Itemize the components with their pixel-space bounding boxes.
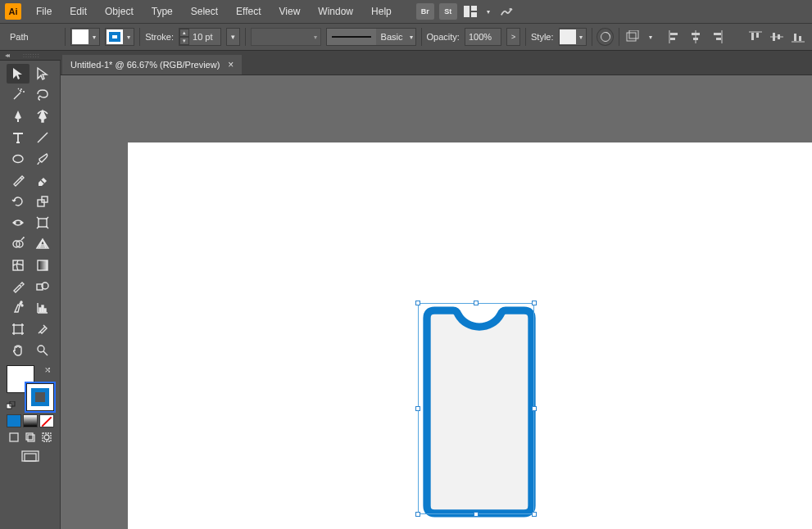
resize-handle-tl[interactable]	[415, 301, 420, 305]
chevron-down-icon: ▾	[576, 34, 586, 41]
fill-swatch	[72, 29, 88, 44]
menu-edit[interactable]: Edit	[61, 3, 95, 20]
align-bottom-button[interactable]	[789, 28, 807, 46]
align-hcenter-button[interactable]	[687, 28, 705, 46]
resize-handle-tr[interactable]	[532, 301, 537, 305]
artboard-tool[interactable]	[7, 319, 29, 339]
pen-tool[interactable]	[7, 106, 29, 126]
arrange-documents-button[interactable]	[462, 4, 479, 19]
stroke-stepper[interactable]: ▴▾	[179, 29, 189, 45]
resize-handle-b[interactable]	[474, 512, 479, 517]
free-transform-tool[interactable]	[31, 213, 54, 233]
svg-rect-0	[464, 6, 470, 17]
draw-normal[interactable]	[7, 431, 21, 444]
blend-tool[interactable]	[31, 277, 54, 296]
chevron-down-icon[interactable]: ▾	[646, 34, 655, 41]
align-right-button[interactable]	[708, 28, 726, 46]
magic-wand-tool[interactable]	[7, 85, 29, 105]
menu-select[interactable]: Select	[183, 3, 226, 20]
fill-stroke-control[interactable]: ⤭	[7, 365, 54, 411]
rotate-tool[interactable]	[7, 192, 29, 211]
artboard[interactable]	[128, 142, 812, 529]
arrange-dropdown-icon[interactable]: ▾	[483, 8, 493, 16]
paintbrush-tool[interactable]	[31, 149, 54, 169]
ellipse-tool[interactable]	[7, 149, 29, 169]
gradient-tool[interactable]	[31, 255, 54, 275]
brush-preview	[327, 29, 376, 45]
bridge-button[interactable]: Br	[416, 3, 434, 20]
variable-width-profile[interactable]: ▾	[251, 28, 321, 46]
opacity-input[interactable]: 100%	[465, 28, 501, 46]
recolor-artwork-button[interactable]	[597, 28, 614, 46]
canvas-area[interactable]	[61, 75, 812, 529]
menu-object[interactable]: Object	[97, 3, 142, 20]
draw-behind[interactable]	[23, 431, 38, 444]
color-mode-solid[interactable]	[7, 414, 21, 427]
svg-rect-23	[799, 36, 801, 41]
brush-definition[interactable]: Basic ▾	[326, 28, 416, 46]
document-tab[interactable]: Untitled-1* @ 66.67% (RGB/Preview) ×	[62, 55, 242, 75]
selection-tool[interactable]	[7, 64, 29, 84]
chevron-down-icon: ▾	[408, 34, 415, 41]
mesh-tool[interactable]	[7, 255, 29, 275]
stroke-weight-dropdown[interactable]: ▾	[226, 28, 240, 46]
swap-fill-stroke-icon[interactable]: ⤭	[44, 365, 51, 374]
resize-handle-t[interactable]	[474, 301, 479, 305]
selection-bounding-box[interactable]	[418, 303, 534, 514]
align-vcenter-button[interactable]	[768, 28, 786, 46]
default-fill-stroke-icon[interactable]	[7, 401, 16, 411]
close-icon[interactable]: ×	[228, 59, 234, 70]
stock-button[interactable]: St	[439, 3, 457, 20]
eyedropper-tool[interactable]	[7, 277, 29, 296]
svg-rect-7	[670, 33, 678, 35]
width-tool[interactable]	[7, 213, 29, 233]
menu-file[interactable]: File	[28, 3, 60, 20]
align-left-button[interactable]	[665, 28, 683, 46]
direct-selection-tool[interactable]	[31, 64, 54, 84]
gpu-preview-button[interactable]	[498, 4, 515, 19]
toolbox-collapse-strip[interactable]: ◂◂ :::::::	[0, 51, 61, 61]
curvature-tool[interactable]	[31, 106, 54, 126]
perspective-grid-tool[interactable]	[31, 234, 54, 254]
style-label[interactable]: Style:	[531, 32, 554, 42]
slice-tool[interactable]	[31, 319, 54, 339]
symbol-sprayer-tool[interactable]	[7, 298, 29, 318]
menu-type[interactable]: Type	[143, 3, 181, 20]
fill-color-picker[interactable]: ▾	[70, 28, 100, 46]
zoom-tool[interactable]	[31, 341, 54, 360]
color-mode-gradient[interactable]	[23, 414, 38, 427]
opacity-dropdown[interactable]: >	[506, 28, 520, 46]
hand-tool[interactable]	[7, 341, 29, 360]
draw-inside[interactable]	[39, 431, 54, 444]
lasso-tool[interactable]	[31, 85, 54, 105]
eraser-tool[interactable]	[31, 170, 54, 190]
grip-icon: :::::::	[23, 52, 40, 58]
menu-effect[interactable]: Effect	[228, 3, 269, 20]
shape-builder-tool[interactable]	[7, 234, 29, 254]
svg-rect-5	[629, 30, 638, 38]
color-mode-none[interactable]	[39, 414, 54, 427]
stroke-color-picker[interactable]: ▾	[105, 28, 134, 46]
resize-handle-bl[interactable]	[415, 512, 420, 517]
menu-help[interactable]: Help	[363, 3, 400, 20]
align-top-button[interactable]	[746, 28, 764, 46]
type-tool[interactable]	[7, 128, 29, 147]
align-to-button[interactable]	[624, 28, 641, 46]
resize-handle-br[interactable]	[532, 512, 537, 517]
caret-down-icon[interactable]: ▾	[179, 37, 189, 45]
shaper-tool[interactable]	[7, 170, 29, 190]
caret-up-icon[interactable]: ▴	[179, 29, 189, 37]
scale-tool[interactable]	[31, 192, 54, 211]
stroke-box[interactable]	[26, 383, 54, 411]
resize-handle-r[interactable]	[532, 406, 537, 411]
line-segment-tool[interactable]	[31, 128, 54, 147]
stroke-weight-input[interactable]: ▴▾ 10 pt	[179, 28, 221, 46]
stroke-label[interactable]: Stroke:	[145, 32, 174, 42]
opacity-label[interactable]: Opacity:	[427, 32, 460, 42]
screen-mode-button[interactable]	[21, 450, 39, 466]
menu-window[interactable]: Window	[310, 3, 361, 20]
menu-view[interactable]: View	[271, 3, 309, 20]
graphic-style-picker[interactable]: ▾	[559, 28, 587, 46]
resize-handle-l[interactable]	[415, 406, 420, 411]
column-graph-tool[interactable]	[31, 298, 54, 318]
